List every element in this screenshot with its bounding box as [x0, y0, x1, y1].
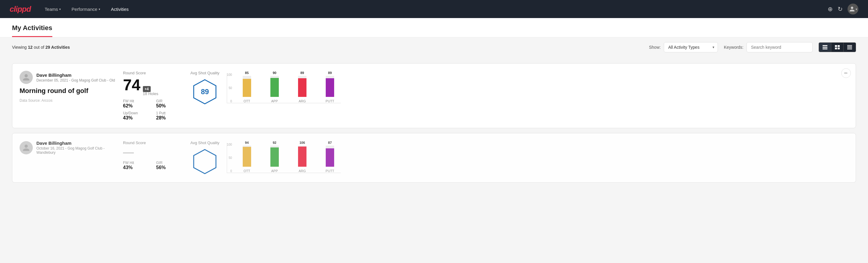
- user-name: Dave Billingham: [36, 141, 116, 146]
- bar-fill: [298, 147, 307, 167]
- round-score-label: Round Score: [123, 141, 183, 145]
- teams-chevron-icon: ▾: [59, 7, 61, 11]
- nav-performance[interactable]: Performance ▾: [67, 4, 104, 14]
- activities-list: ✏ Dave Billingham December 05, 2021 - Go…: [0, 57, 868, 194]
- bar-value: 87: [328, 141, 332, 144]
- nav-activities[interactable]: Activities: [107, 4, 133, 14]
- score-badge: +4: [143, 86, 151, 92]
- add-icon[interactable]: ⊕: [828, 5, 833, 12]
- grid-view-button[interactable]: [831, 43, 844, 52]
- show-label: Show:: [649, 45, 661, 50]
- svg-marker-12: [194, 150, 216, 174]
- bar-label: ARG: [299, 99, 306, 103]
- stat-fw-hit: FW Hit 62%: [123, 99, 150, 109]
- bar-outer: [326, 146, 334, 167]
- nav-links: Teams ▾ Performance ▾ Activities: [40, 4, 818, 14]
- edit-button[interactable]: ✏: [841, 68, 851, 78]
- stat-updown: Up/Down 43%: [123, 111, 150, 121]
- extra-stats: FW Hit 43% GIR 56%: [123, 161, 183, 170]
- detail-list-view-button[interactable]: [844, 43, 856, 52]
- bar-outer: [243, 146, 251, 167]
- activity-title: Morning round of golf: [20, 87, 116, 95]
- logo[interactable]: clippd: [10, 4, 31, 14]
- search-input[interactable]: [746, 42, 813, 52]
- card-stats: Round Score 74 +4 18 Holes FW Hit 62% GI…: [123, 71, 183, 121]
- user-date: October 16, 2021 - Gog Magog Golf Club -…: [36, 146, 116, 155]
- quality-chart: 100 50 0 94 OTT 92 APP 106 ARG: [227, 143, 341, 173]
- bar-outer: [298, 76, 307, 97]
- filter-bar: Viewing 12 out of 29 Activities Show: Al…: [0, 37, 868, 57]
- holes-text: 18 Holes: [143, 91, 158, 96]
- bar-value: 106: [300, 141, 305, 144]
- refresh-icon[interactable]: ↻: [838, 5, 843, 12]
- activity-card: ✏ Dave Billingham December 05, 2021 - Go…: [12, 63, 856, 128]
- data-source: Data Source: Arccos: [20, 98, 116, 103]
- bar-fill: [270, 78, 279, 97]
- user-avatar[interactable]: ▾: [847, 4, 858, 14]
- user-details: Dave Billingham December 05, 2021 - Gog …: [36, 72, 115, 83]
- svg-rect-4: [838, 45, 840, 47]
- user-info: Dave Billingham October 16, 2021 - Gog M…: [20, 141, 116, 155]
- stat-gir: GIR 50%: [156, 99, 183, 109]
- bar-fill: [243, 147, 251, 167]
- bar-group: 89 ARG: [291, 71, 313, 103]
- bar-group: 87 PUTT: [319, 141, 341, 173]
- svg-rect-5: [835, 48, 837, 49]
- activity-type-wrapper[interactable]: All Activity Types: [664, 42, 718, 52]
- bar-group: 85 OTT: [236, 71, 258, 103]
- viewing-text: Viewing 12 out of 29 Activities: [12, 45, 643, 50]
- avg-shot-quality: Avg Shot Quality 89 100 50 0 8: [190, 71, 341, 105]
- bar-value: 89: [328, 71, 332, 75]
- bar-outer: [243, 76, 251, 97]
- view-toggle: [819, 42, 856, 52]
- bar-label: PUTT: [326, 99, 335, 103]
- nav-right: ⊕ ↻ ▾: [828, 4, 858, 14]
- user-details: Dave Billingham October 16, 2021 - Gog M…: [36, 141, 116, 155]
- bar-label: ARG: [299, 169, 306, 173]
- performance-chevron-icon: ▾: [99, 7, 100, 11]
- svg-rect-3: [835, 45, 837, 47]
- stat-1putt: 1 Putt 28%: [156, 111, 183, 121]
- y-axis: 100 50 0: [227, 143, 234, 173]
- bar-value: 90: [273, 71, 276, 75]
- bar-fill: [298, 78, 307, 97]
- keywords-group: Keywords:: [724, 42, 813, 52]
- svg-rect-6: [838, 48, 840, 49]
- avatar: [20, 141, 33, 154]
- round-score-main: 74 +4 18 Holes: [123, 77, 183, 96]
- card-left: Dave Billingham October 16, 2021 - Gog M…: [20, 141, 116, 158]
- stat-gir: GIR 56%: [156, 161, 183, 170]
- round-score-label: Round Score: [123, 71, 183, 75]
- quality-chart: 100 50 0 85 OTT 90 APP 89 ARG: [227, 73, 341, 103]
- bar-value: 89: [301, 71, 304, 75]
- quality-section: Avg Shot Quality 89: [190, 71, 220, 105]
- page-header: My Activities: [0, 18, 868, 37]
- svg-rect-1: [823, 47, 828, 48]
- activity-card: Dave Billingham October 16, 2021 - Gog M…: [12, 133, 856, 183]
- round-score-main: —: [123, 147, 183, 158]
- quality-badge: [191, 148, 218, 175]
- bar-outer: [326, 76, 334, 97]
- bar-label: OTT: [244, 99, 250, 103]
- bar-outer: [298, 146, 307, 167]
- bar-chart: 100 50 0 85 OTT 90 APP 89 ARG: [227, 73, 341, 103]
- svg-rect-0: [823, 45, 828, 46]
- activity-type-select[interactable]: All Activity Types: [664, 42, 718, 52]
- bar-label: OTT: [244, 169, 250, 173]
- svg-rect-7: [847, 45, 852, 46]
- bar-fill: [270, 147, 279, 167]
- avatar-chevron-icon: ▾: [856, 7, 857, 11]
- bar-value: 85: [245, 71, 249, 75]
- bar-group: 106 ARG: [291, 141, 313, 173]
- bar-chart: 100 50 0 94 OTT 92 APP 106 ARG: [227, 143, 341, 173]
- bar-group: 90 APP: [264, 71, 285, 103]
- bar-outer: [270, 76, 279, 97]
- card-left: Dave Billingham December 05, 2021 - Gog …: [20, 71, 116, 103]
- bar-group: 94 OTT: [236, 141, 258, 173]
- score-value: —: [123, 147, 134, 158]
- avatar: [20, 71, 33, 84]
- list-compact-view-button[interactable]: [819, 43, 831, 52]
- quality-section: Avg Shot Quality: [190, 141, 220, 175]
- svg-rect-2: [823, 49, 828, 49]
- nav-teams[interactable]: Teams ▾: [40, 4, 65, 14]
